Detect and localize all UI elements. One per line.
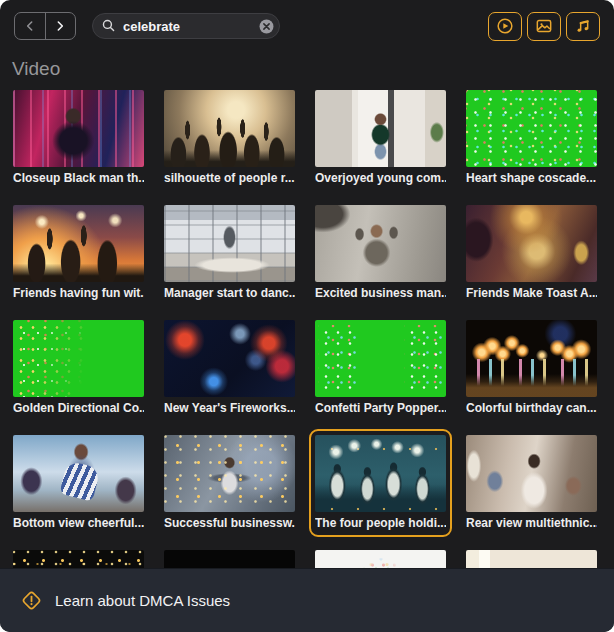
music-tab-button[interactable]	[566, 12, 600, 41]
video-thumbnail	[13, 320, 144, 397]
video-thumbnail	[164, 435, 295, 512]
video-caption: The four people holdi...	[315, 516, 446, 531]
video-thumbnail	[466, 90, 597, 167]
video-item[interactable]: Manager start to danc...	[164, 205, 295, 301]
video-item[interactable]: silhouette of people r...	[164, 90, 295, 186]
media-type-buttons	[488, 12, 600, 41]
video-thumbnail	[466, 320, 597, 397]
play-circle-icon	[495, 16, 515, 36]
video-caption: Manager start to danc...	[164, 286, 295, 301]
video-thumbnail: 2020	[164, 550, 295, 568]
video-item[interactable]: New Year's Fireworks...	[164, 320, 295, 416]
video-caption: silhouette of people r...	[164, 171, 295, 186]
video-caption: Colorful birthday can...	[466, 401, 597, 416]
dmca-footer-text: Learn about DMCA Issues	[55, 592, 230, 609]
video-thumbnail	[315, 205, 446, 282]
video-thumbnail	[164, 205, 295, 282]
search-field	[92, 13, 280, 39]
back-button[interactable]	[15, 13, 45, 39]
forward-button[interactable]	[45, 13, 76, 39]
video-thumbnail	[164, 320, 295, 397]
photos-tab-button[interactable]	[527, 12, 561, 41]
video-thumbnail	[164, 90, 295, 167]
video-item[interactable]: Heart shape coscade...	[466, 90, 597, 186]
video-thumbnail	[315, 435, 446, 512]
video-item[interactable]: Successful businessw...	[164, 435, 295, 531]
video-caption: Bottom view cheerful...	[13, 516, 144, 531]
video-thumbnail	[13, 90, 144, 167]
video-item[interactable]: Golden Directional Co...	[13, 320, 144, 416]
video-item[interactable]: 2020	[164, 550, 295, 568]
video-item[interactable]: Rear view multiethnic...	[466, 435, 597, 531]
magnifier-icon	[100, 17, 117, 34]
video-thumbnail	[315, 90, 446, 167]
video-caption: Excited business man...	[315, 286, 446, 301]
video-thumbnail	[466, 550, 597, 568]
video-item[interactable]	[466, 550, 597, 568]
video-thumbnail	[466, 435, 597, 512]
video-item[interactable]: Excited business man...	[315, 205, 446, 301]
video-thumbnail	[466, 205, 597, 282]
video-item[interactable]	[13, 550, 144, 568]
video-thumbnail	[315, 550, 446, 568]
toolbar	[0, 0, 614, 52]
video-item[interactable]	[315, 550, 446, 568]
video-grid: Closeup Black man th... silhouette of pe…	[0, 90, 614, 568]
video-item[interactable]: Confetti Party Popper...	[315, 320, 446, 416]
video-item[interactable]: Colorful birthday can...	[466, 320, 597, 416]
video-item[interactable]: Overjoyed young com...	[315, 90, 446, 186]
video-item[interactable]: Bottom view cheerful...	[13, 435, 144, 531]
video-thumbnail	[13, 435, 144, 512]
video-caption: Closeup Black man th...	[13, 171, 144, 186]
video-caption: Successful businessw...	[164, 516, 295, 531]
video-caption: Golden Directional Co...	[13, 401, 144, 416]
dmca-footer-link[interactable]: Learn about DMCA Issues	[0, 568, 614, 632]
video-caption: Heart shape coscade...	[466, 171, 597, 186]
video-item[interactable]: Friends Make Toast A...	[466, 205, 597, 301]
clear-circle-icon	[258, 18, 275, 35]
music-notes-icon	[573, 16, 593, 36]
video-caption: Friends Make Toast A...	[466, 286, 597, 301]
results-area: Closeup Black man th... silhouette of pe…	[0, 90, 614, 568]
chevron-left-icon	[22, 18, 38, 34]
image-icon	[534, 16, 554, 36]
nav-segmented-control	[14, 12, 76, 40]
video-item[interactable]: Friends having fun wit...	[13, 205, 144, 301]
search-input[interactable]	[92, 13, 280, 39]
warning-diamond-icon	[20, 589, 43, 612]
video-caption: Confetti Party Popper...	[315, 401, 446, 416]
video-caption: Friends having fun wit...	[13, 286, 144, 301]
video-item[interactable]: Closeup Black man th...	[13, 90, 144, 186]
video-thumbnail	[315, 320, 446, 397]
video-item[interactable]: The four people holdi...	[315, 435, 446, 531]
section-title: Video	[0, 52, 614, 90]
video-thumbnail	[13, 205, 144, 282]
media-browser-window: Video Closeup Black man th... silhouette…	[0, 0, 614, 632]
clear-search-button[interactable]	[258, 18, 275, 35]
video-caption: Rear view multiethnic...	[466, 516, 597, 531]
video-caption: Overjoyed young com...	[315, 171, 446, 186]
video-caption: New Year's Fireworks...	[164, 401, 295, 416]
videos-tab-button[interactable]	[488, 12, 522, 41]
chevron-right-icon	[52, 18, 68, 34]
video-thumbnail	[13, 550, 144, 568]
